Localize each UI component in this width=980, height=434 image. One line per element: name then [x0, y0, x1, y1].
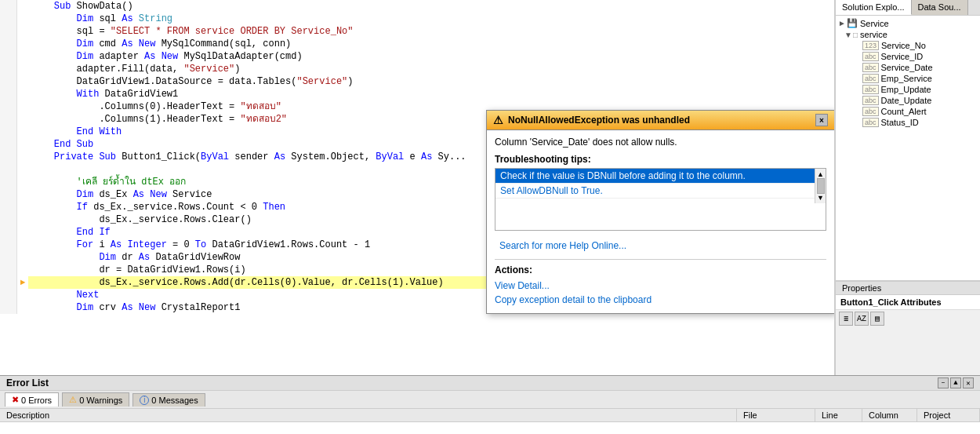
- tree-expand-empty: [853, 97, 862, 105]
- tree-label-count-alert: Count_Alert: [881, 107, 927, 116]
- line-marker: [17, 75, 28, 88]
- properties-toolbar: ≣ AZ ▤: [836, 310, 980, 327]
- field-type-icon-no: 123: [862, 41, 879, 50]
- code-text: End Sub: [28, 138, 93, 151]
- code-text: .Columns(0).HeaderText = "ทดสอบ": [28, 100, 281, 113]
- tip-item-1[interactable]: Check if the value is DBNull before addi…: [495, 169, 815, 184]
- properties-properties-btn[interactable]: ▤: [870, 312, 884, 326]
- line-gutter: [0, 289, 17, 301]
- tree-label-service-child: service: [860, 30, 887, 39]
- tip-link-2[interactable]: Set AllowDBNull to True.: [500, 185, 603, 196]
- line-marker: [17, 126, 28, 138]
- tree-expand-empty: [853, 86, 862, 94]
- tab-messages[interactable]: i 0 Messages: [132, 393, 205, 407]
- line-marker: [17, 63, 28, 75]
- code-line: Dim adapter As New MySqlDataAdapter(cmd): [0, 50, 834, 63]
- line-marker: [17, 163, 28, 176]
- exception-close-button[interactable]: ×: [815, 114, 828, 126]
- tree-item-service-id[interactable]: abc Service_ID: [836, 51, 980, 62]
- errors-label: 0 Errors: [21, 396, 52, 405]
- properties-sort-category-btn[interactable]: ≣: [839, 312, 853, 326]
- tab-errors[interactable]: ✖ 0 Errors: [5, 392, 59, 407]
- col-line: Line: [815, 409, 862, 421]
- error-list-column-headers: Description File Line Column Project: [0, 409, 980, 422]
- copy-exception-link[interactable]: Copy exception detail to the clipboard: [495, 294, 652, 305]
- col-file: File: [737, 409, 815, 421]
- error-list-move-btn[interactable]: ▲: [950, 377, 961, 388]
- line-gutter: [0, 126, 17, 138]
- col-column: Column: [862, 409, 917, 421]
- view-detail-link[interactable]: View Detail...: [495, 280, 550, 291]
- code-line: adapter.Fill(data, "Service"): [0, 63, 834, 75]
- line-marker: [17, 239, 28, 251]
- tree-expand-empty: [853, 108, 862, 116]
- troubleshooting-tips-box[interactable]: Check if the value is DBNull before addi…: [495, 168, 826, 231]
- tree-item-count-alert[interactable]: abc Count_Alert: [836, 106, 980, 117]
- code-text: End If: [28, 226, 111, 239]
- field-type-icon-id: abc: [862, 52, 879, 61]
- tree-item-emp-service[interactable]: abc Emp_Service: [836, 73, 980, 84]
- line-marker: [17, 213, 28, 226]
- search-help-link[interactable]: Search for more Help Online...: [499, 240, 626, 251]
- line-gutter: [0, 251, 17, 264]
- error-list-tabs: ✖ 0 Errors ⚠ 0 Warnings i 0 Messages: [0, 391, 980, 409]
- solution-explorer-tabs: Solution Explo... Data Sou...: [836, 0, 980, 16]
- tree-item-service-root[interactable]: ► 💾 Service: [836, 17, 980, 29]
- line-marker: [17, 88, 28, 100]
- line-gutter: [0, 100, 17, 113]
- tree-item-emp-update[interactable]: abc Emp_Update: [836, 84, 980, 95]
- line-gutter: [0, 188, 17, 201]
- code-text: Dim adapter As New MySqlDataAdapter(cmd): [28, 50, 303, 63]
- scrollbar-up-arrow[interactable]: ▲: [817, 170, 824, 178]
- line-marker: [17, 138, 28, 151]
- exception-dialog: ⚠ NoNullAllowedException was unhandled ×…: [486, 110, 835, 314]
- tree-item-date-update[interactable]: abc Date_Update: [836, 95, 980, 106]
- solution-explorer-tree[interactable]: ► 💾 Service ▼ □ service 123 Service_No: [836, 16, 980, 281]
- scrollbar-thumb-tips[interactable]: [817, 178, 825, 194]
- expand-icon: ►: [837, 19, 847, 27]
- tree-item-service-child[interactable]: ▼ □ service: [836, 29, 980, 40]
- line-gutter: [0, 226, 17, 239]
- expand-icon-child: ▼: [844, 31, 853, 39]
- tree-item-status-id[interactable]: abc Status_ID: [836, 117, 980, 128]
- exception-body: Column 'Service_Date' does not allow nul…: [487, 130, 834, 313]
- tree-label-service-id: Service_ID: [881, 52, 924, 61]
- code-text: Dim sql As String: [28, 13, 172, 25]
- code-text: DataGridView1.DataSource = data.Tables("…: [28, 75, 353, 88]
- error-list-close-btn[interactable]: ✕: [963, 377, 974, 388]
- field-type-icon-count-alert: abc: [862, 107, 879, 116]
- code-text: .Columns(1).HeaderText = "ทดสอบ2": [28, 113, 287, 126]
- tab-properties[interactable]: Properties: [836, 282, 887, 294]
- code-line: With DataGridView1: [0, 88, 834, 100]
- code-line: Dim sql As String: [0, 13, 834, 25]
- tree-item-service-date[interactable]: abc Service_Date: [836, 62, 980, 73]
- error-list-pin-btn[interactable]: –: [938, 377, 949, 388]
- tab-data-sources[interactable]: Data Sou...: [912, 0, 968, 15]
- tip-item-2[interactable]: Set AllowDBNull to True.: [495, 184, 815, 199]
- tree-expand-empty: [853, 75, 862, 83]
- code-text: adapter.Fill(data, "Service"): [28, 63, 240, 75]
- code-text: Dim cmd As New MySqlCommand(sql, conn): [28, 38, 291, 50]
- code-text: ds_Ex._service.Rows.Add(dr.Cells(0).Valu…: [28, 276, 444, 289]
- tree-label-date-update: Date_Update: [881, 96, 932, 105]
- line-gutter: [0, 301, 17, 314]
- tip-link-1[interactable]: Check if the value is DBNull before addi…: [500, 170, 746, 181]
- line-gutter: [0, 75, 17, 88]
- actions-title: Actions:: [495, 264, 826, 275]
- code-text: ds_Ex._service.Rows.Clear(): [28, 213, 252, 226]
- field-type-icon-emp-update: abc: [862, 85, 879, 94]
- line-marker: [17, 251, 28, 264]
- table-icon: □: [853, 31, 858, 39]
- info-icon: i: [140, 396, 149, 405]
- line-gutter: [0, 50, 17, 63]
- tree-item-service-no[interactable]: 123 Service_No: [836, 40, 980, 51]
- tree-label-service-no: Service_No: [881, 41, 926, 50]
- scrollbar-down-arrow[interactable]: ▼: [817, 194, 824, 202]
- code-text: dr = DataGridView1.Rows(i): [28, 264, 246, 276]
- execution-arrow: ►: [17, 276, 28, 289]
- troubleshooting-title: Troubleshooting tips:: [495, 154, 826, 165]
- code-line: Dim cmd As New MySqlCommand(sql, conn): [0, 38, 834, 50]
- tab-solution-explorer[interactable]: Solution Explo...: [836, 0, 912, 15]
- properties-sort-alpha-btn[interactable]: AZ: [855, 312, 869, 326]
- tab-warnings[interactable]: ⚠ 0 Warnings: [62, 392, 129, 407]
